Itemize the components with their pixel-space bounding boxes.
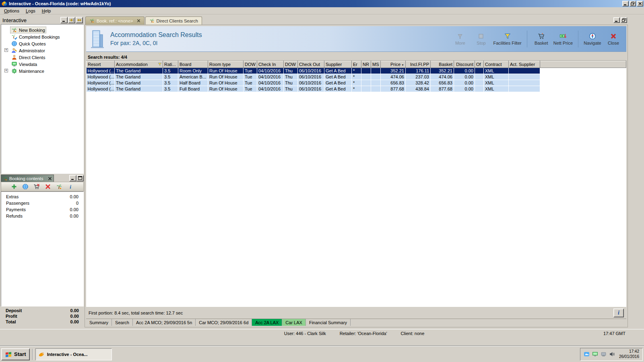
col-dow-5[interactable]: DOW: [244, 61, 257, 68]
booking-close-icon[interactable]: [48, 177, 52, 181]
cell: 0.00: [454, 86, 475, 92]
tool-facilities-filter[interactable]: Facilities Filter: [493, 33, 521, 45]
tree-item-quick-quotes[interactable]: Quick Quotes: [2, 40, 83, 47]
panel-dock-button[interactable]: [68, 17, 75, 23]
windows-flag-icon: [5, 351, 12, 357]
info-icon[interactable]: i: [67, 183, 74, 190]
column-filter-icon[interactable]: [158, 62, 162, 66]
tool-basket[interactable]: Basket: [533, 33, 550, 45]
cell: 474.06: [381, 74, 406, 80]
mdi-restore-button[interactable]: [621, 17, 627, 23]
col-accommodation-1[interactable]: Accommodation: [115, 61, 163, 68]
info-button[interactable]: i: [613, 309, 624, 317]
col-nr-11[interactable]: NR: [361, 61, 371, 68]
view-tab-car-lax[interactable]: Car LAX: [282, 319, 306, 326]
tree-item-content: Viewdata: [10, 61, 38, 68]
col-resort-0[interactable]: Resort: [87, 61, 115, 68]
tray-display-icon[interactable]: [592, 351, 598, 357]
result-row-3[interactable]: Hollywood (...The Garland3.5Half BoardRu…: [87, 80, 626, 86]
tree-item-new-booking[interactable]: New Booking: [2, 27, 83, 33]
add-icon[interactable]: [11, 183, 17, 190]
tree-item-maintenance[interactable]: +Maintenance: [2, 68, 83, 74]
funnel-icon: [504, 33, 512, 40]
result-row-4[interactable]: Hollywood (...The Garland3.5Full BoardRu…: [87, 86, 626, 92]
del-icon[interactable]: [45, 183, 51, 190]
menu-options[interactable]: Options: [1, 8, 23, 14]
restore-button[interactable]: [630, 1, 636, 6]
col-er-10[interactable]: Er: [352, 61, 361, 68]
column-label: Check Out: [299, 62, 320, 67]
basket-x-icon[interactable]: [33, 183, 40, 190]
expander-icon[interactable]: +: [4, 48, 8, 52]
tool-close[interactable]: Close: [605, 33, 622, 45]
col-incl-fl-pp-14[interactable]: Incl.Fl.PP: [406, 61, 431, 68]
result-row-2[interactable]: Hollywood (...The Garland3.5American B..…: [87, 74, 626, 80]
col-dow-7[interactable]: DOW: [284, 61, 298, 68]
booking-row-passengers: Passengers0: [1, 201, 83, 207]
view-tab-summary[interactable]: Summary: [86, 319, 112, 326]
view-tab-financial-summary[interactable]: Financial Summary: [306, 319, 351, 326]
col-check-out-8[interactable]: Check Out: [298, 61, 324, 68]
cell: Tue: [244, 86, 257, 92]
cell: Full Board: [178, 86, 208, 92]
tool-label: Close: [608, 41, 619, 45]
palm-icon[interactable]: [56, 183, 62, 190]
col-act-supplier-19[interactable]: Act. Supplier: [509, 61, 540, 68]
cell: Get A Bed: [324, 86, 352, 92]
tool-navigate[interactable]: Navigate: [584, 33, 601, 45]
tree-item-administrator[interactable]: +Administrator: [2, 47, 83, 54]
taskbar-app-button[interactable]: Interactive - Ocea...: [35, 348, 112, 360]
expander-icon[interactable]: +: [4, 69, 8, 72]
result-row-1[interactable]: Hollywood (...The Garland3.5Room OnlyRun…: [87, 68, 626, 74]
tree-item-label: Viewdata: [19, 62, 37, 67]
col-contract-18[interactable]: Contract: [484, 61, 509, 68]
tab-book-ref-none[interactable]: Book. ref.: <none>: [85, 16, 144, 25]
menu-logs[interactable]: Logs: [23, 8, 39, 14]
col-ms-12[interactable]: MS: [371, 61, 381, 68]
globe-icon[interactable]: [22, 183, 29, 190]
cell: Thu: [284, 86, 298, 92]
cell: XML: [484, 86, 509, 92]
col-check-in-6[interactable]: Check In: [257, 61, 284, 68]
tool-nett-price[interactable]: Nett Price: [553, 33, 573, 45]
tab-direct-clients-search[interactable]: Direct Clients Search: [145, 16, 202, 25]
tree-item-completed-bookings[interactable]: Completed Bookings: [2, 33, 83, 40]
tray-device-icon[interactable]: [601, 351, 607, 357]
panel-minimize-button[interactable]: [60, 17, 68, 23]
tree-item-direct-clients[interactable]: Direct Clients: [2, 54, 83, 61]
booking-contents-tab[interactable]: Booking contents: [1, 175, 54, 182]
col-of-17[interactable]: Of: [475, 61, 484, 68]
col-discount-16[interactable]: Discount: [454, 61, 475, 68]
panel-pin-button[interactable]: [76, 17, 83, 23]
tree-item-content: Quick Quotes: [10, 40, 47, 47]
tool-label: Stop: [477, 41, 486, 45]
basket-icon: [537, 33, 545, 40]
booking-total-label: Profit: [6, 314, 70, 319]
col-room-type-4[interactable]: Room type: [208, 61, 244, 68]
menu-help[interactable]: Help: [39, 8, 54, 14]
tray-picture-icon[interactable]: [584, 351, 590, 357]
minimize-button[interactable]: [622, 1, 629, 6]
col-rati-2[interactable]: Rati...: [163, 61, 178, 68]
view-tab-acc-2a-mco-29-09-2016-5n[interactable]: Acc 2A MCO; 29/09/2016 5n: [133, 319, 196, 326]
booking-total-value: 0.00: [70, 319, 79, 325]
view-tab-search[interactable]: Search: [112, 319, 133, 326]
mdi-minimize-button[interactable]: [613, 17, 620, 23]
tab-close-icon[interactable]: [137, 19, 140, 23]
start-button[interactable]: Start: [1, 348, 30, 360]
booking-minimize-button[interactable]: [69, 175, 76, 181]
close-button[interactable]: [637, 1, 643, 6]
column-label: Basket: [439, 62, 452, 67]
cell: 04/10/2016: [257, 74, 284, 80]
cell: [475, 74, 484, 80]
view-tab-acc-2a-lax[interactable]: Acc 2A LAX: [252, 319, 282, 326]
col-basket-15[interactable]: Basket: [431, 61, 454, 68]
col-supplier-9[interactable]: Supplier: [324, 61, 352, 68]
view-tab-car-mco-29-09-2016-6d[interactable]: Car MCO; 29/09/2016 6d: [196, 319, 252, 326]
sidebar-tree: New BookingCompleted BookingsQuick Quote…: [1, 24, 84, 174]
col-price-13[interactable]: Price▼: [381, 61, 406, 68]
tree-item-viewdata[interactable]: Viewdata: [2, 61, 83, 68]
col-board-3[interactable]: Board: [178, 61, 208, 68]
booking-maximize-button[interactable]: [76, 175, 84, 181]
tray-volume-icon[interactable]: [609, 351, 615, 357]
